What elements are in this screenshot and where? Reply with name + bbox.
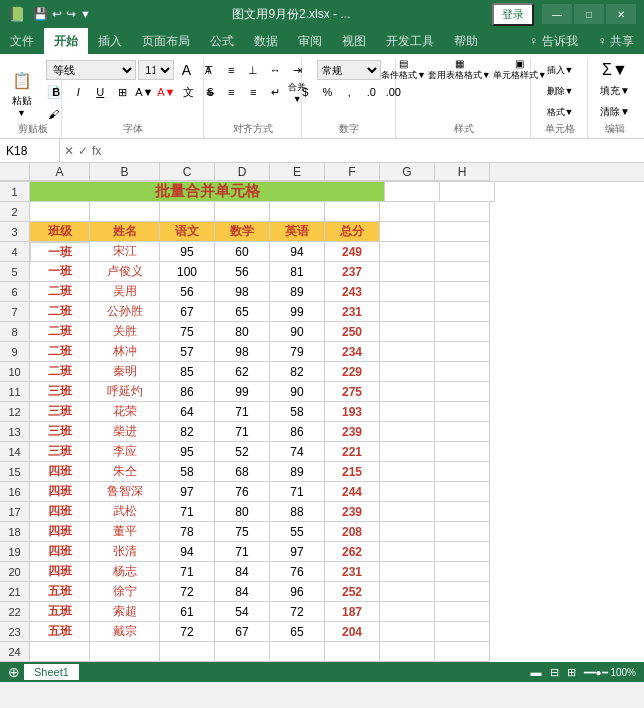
- cell-d13[interactable]: 71: [215, 422, 270, 442]
- cell-b8[interactable]: 关胜: [90, 322, 160, 342]
- cell-g10[interactable]: [380, 362, 435, 382]
- cell-a4-class[interactable]: 一班: [30, 242, 90, 262]
- sum-button[interactable]: Σ▼: [600, 60, 630, 80]
- cell-c14[interactable]: 95: [160, 442, 215, 462]
- confirm-formula-icon[interactable]: ✓: [78, 144, 88, 158]
- cell-g7[interactable]: [380, 302, 435, 322]
- cell-f2[interactable]: [325, 202, 380, 222]
- cell-h7[interactable]: [435, 302, 490, 322]
- cell-d11[interactable]: 99: [215, 382, 270, 402]
- cell-a19-class[interactable]: 四班: [30, 542, 90, 562]
- cell-c13[interactable]: 82: [160, 422, 215, 442]
- cell-f8[interactable]: 250: [325, 322, 380, 342]
- cell-a22-class[interactable]: 五班: [30, 602, 90, 622]
- cell-a10-class[interactable]: 二班: [30, 362, 90, 382]
- italic-button[interactable]: I: [68, 82, 88, 102]
- row-num-23[interactable]: 23: [0, 622, 30, 642]
- tab-developer[interactable]: 开发工具: [376, 28, 444, 54]
- row-num-16[interactable]: 16: [0, 482, 30, 502]
- cell-e7[interactable]: 99: [270, 302, 325, 322]
- cell-f21[interactable]: 252: [325, 582, 380, 602]
- cell-h6[interactable]: [435, 282, 490, 302]
- cell-g3[interactable]: [380, 222, 435, 242]
- cell-h24[interactable]: [435, 642, 490, 662]
- cell-b15[interactable]: 朱仝: [90, 462, 160, 482]
- tab-insert[interactable]: 插入: [88, 28, 132, 54]
- cell-g14[interactable]: [380, 442, 435, 462]
- row-num-3[interactable]: 3: [0, 222, 30, 242]
- cell-a21-class[interactable]: 五班: [30, 582, 90, 602]
- cell-d9[interactable]: 98: [215, 342, 270, 362]
- cell-b23[interactable]: 戴宗: [90, 622, 160, 642]
- cell-c19[interactable]: 94: [160, 542, 215, 562]
- cell-e22[interactable]: 72: [270, 602, 325, 622]
- row-num-8[interactable]: 8: [0, 322, 30, 342]
- cell-e10[interactable]: 82: [270, 362, 325, 382]
- cell-c12[interactable]: 64: [160, 402, 215, 422]
- cell-a2[interactable]: [30, 202, 90, 222]
- row-num-12[interactable]: 12: [0, 402, 30, 422]
- cell-a5-class[interactable]: 一班: [30, 262, 90, 282]
- cell-d14[interactable]: 52: [215, 442, 270, 462]
- row-num-24[interactable]: 24: [0, 642, 30, 662]
- quick-save-icon[interactable]: 💾: [33, 7, 48, 21]
- formula-input[interactable]: [105, 139, 644, 162]
- cell-a13-class[interactable]: 三班: [30, 422, 90, 442]
- cell-a14-class[interactable]: 三班: [30, 442, 90, 462]
- tab-layout[interactable]: 页面布局: [132, 28, 200, 54]
- cell-g13[interactable]: [380, 422, 435, 442]
- cell-c17[interactable]: 71: [160, 502, 215, 522]
- underline-button[interactable]: U: [90, 82, 110, 102]
- cell-f4[interactable]: 249: [325, 242, 380, 262]
- cell-e19[interactable]: 97: [270, 542, 325, 562]
- cell-a18-class[interactable]: 四班: [30, 522, 90, 542]
- cell-d24[interactable]: [215, 642, 270, 662]
- row-num-21[interactable]: 21: [0, 582, 30, 602]
- cell-h22[interactable]: [435, 602, 490, 622]
- cell-e12[interactable]: 58: [270, 402, 325, 422]
- cell-g24[interactable]: [380, 642, 435, 662]
- cell-d21[interactable]: 84: [215, 582, 270, 602]
- cell-b19[interactable]: 张清: [90, 542, 160, 562]
- cell-g20[interactable]: [380, 562, 435, 582]
- cell-b16[interactable]: 鲁智深: [90, 482, 160, 502]
- cell-h18[interactable]: [435, 522, 490, 542]
- cell-a20-class[interactable]: 四班: [30, 562, 90, 582]
- cell-c21[interactable]: 72: [160, 582, 215, 602]
- cell-e15[interactable]: 89: [270, 462, 325, 482]
- redo-icon[interactable]: ↪: [66, 7, 76, 21]
- center-align-button[interactable]: ≡: [221, 82, 241, 102]
- cell-f10[interactable]: 229: [325, 362, 380, 382]
- cell-g4[interactable]: [380, 242, 435, 262]
- cell-e20[interactable]: 76: [270, 562, 325, 582]
- cell-g17[interactable]: [380, 502, 435, 522]
- cell-e17[interactable]: 88: [270, 502, 325, 522]
- cell-f16[interactable]: 244: [325, 482, 380, 502]
- cell-g21[interactable]: [380, 582, 435, 602]
- number-format-select[interactable]: 常规: [317, 60, 381, 80]
- font-options-icon[interactable]: 文: [178, 82, 198, 102]
- cell-a6-class[interactable]: 二班: [30, 282, 90, 302]
- cell-g6[interactable]: [380, 282, 435, 302]
- cell-b7[interactable]: 公孙胜: [90, 302, 160, 322]
- cell-h10[interactable]: [435, 362, 490, 382]
- currency-button[interactable]: $: [295, 82, 315, 102]
- cell-a3[interactable]: 班级: [30, 222, 90, 242]
- cell-f5[interactable]: 237: [325, 262, 380, 282]
- undo-icon[interactable]: ↩: [52, 7, 62, 21]
- tab-home[interactable]: 开始: [44, 28, 88, 54]
- cell-h3[interactable]: [435, 222, 490, 242]
- cell-reference-box[interactable]: K18: [0, 139, 60, 162]
- cell-b12[interactable]: 花荣: [90, 402, 160, 422]
- cell-g9[interactable]: [380, 342, 435, 362]
- cell-c10[interactable]: 85: [160, 362, 215, 382]
- cell-h19[interactable]: [435, 542, 490, 562]
- text-direction-button[interactable]: ↔: [265, 60, 285, 80]
- cell-d17[interactable]: 80: [215, 502, 270, 522]
- wrap-text-button[interactable]: ↵: [265, 82, 285, 102]
- cell-c6[interactable]: 56: [160, 282, 215, 302]
- cell-b2[interactable]: [90, 202, 160, 222]
- cell-c20[interactable]: 71: [160, 562, 215, 582]
- cell-g11[interactable]: [380, 382, 435, 402]
- cell-e3[interactable]: 英语: [270, 222, 325, 242]
